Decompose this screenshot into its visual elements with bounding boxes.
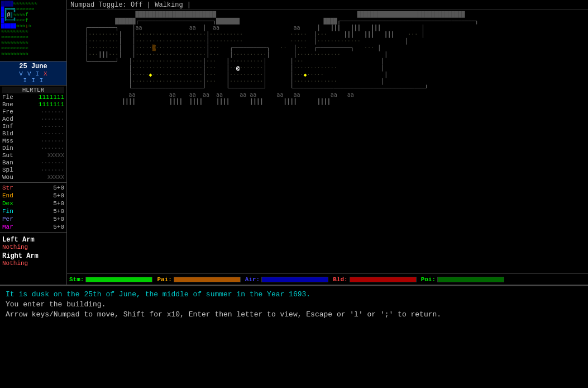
attrib-per: Per 5+0 [2, 215, 64, 223]
bottom-section: It is dusk on the 25th of June, the midd… [0, 285, 588, 388]
stats-section: HLRTLR Fle 1111111 Bne 1111111 Fre ·····… [0, 86, 66, 183]
stat-mss: Mss ······· [2, 138, 64, 145]
numpad-status: Numpad Toggle: Off | Walking | [70, 1, 191, 9]
date-text: 25 June [2, 63, 64, 70]
stat-ban: Ban ······· [2, 159, 64, 167]
stat-din: Din ······· [2, 145, 64, 152]
dungeon-view[interactable]: ████████████████████████ ███████████████… [67, 10, 588, 273]
poi-bar: Poi: [421, 276, 504, 283]
top-bar: Numpad Toggle: Off | Walking | [67, 0, 588, 10]
attrib-str: Str 5+0 [2, 184, 64, 192]
left-arm-value: Nothing [2, 244, 64, 250]
message-line-2: You enter the building. [6, 300, 582, 310]
stat-sut: Sut XXXXX [2, 152, 64, 159]
pai-fill [174, 277, 240, 282]
stat-acd: Acd ······· [2, 116, 64, 123]
minimap: ▓▓▓▓≈≈≈≈≈≈≈≈ █╔══╗≈≈≈≈≈≈ █║@║≈≈≈≈f █╚══╝… [0, 0, 67, 61]
attrib-dex: Dex 5+0 [2, 200, 64, 207]
stats-header: HLRTLR [2, 87, 64, 93]
stm-bar-container [85, 277, 152, 282]
arms-section: Left Arm Nothing Right Arm Nothing [0, 233, 66, 268]
message-text-2: You enter the building. [6, 300, 106, 309]
message-line-3: Arrow keys/Numpad to move, Shift for x10… [6, 310, 582, 320]
stat-inf: Inf ······· [2, 123, 64, 130]
message-area: It is dusk on the 25th of June, the midd… [6, 290, 582, 386]
stm-fill [86, 277, 152, 282]
dungeon-map: ████████████████████████ ███████████████… [67, 10, 588, 273]
poi-bar-container [437, 277, 504, 282]
stat-fle: Fle 1111111 [2, 94, 64, 101]
stat-bne: Bne 1111111 [2, 101, 64, 108]
game-area: Numpad Toggle: Off | Walking | █████████… [67, 0, 588, 285]
stat-wou: Wou XXXXX [2, 174, 64, 181]
stat-bld: Bld ······· [2, 130, 64, 138]
air-bar: Air: [245, 276, 328, 283]
pai-label: Pai: [157, 276, 171, 283]
pai-bar: Pai: [157, 276, 240, 283]
right-arm-value: Nothing [2, 260, 64, 267]
air-fill [262, 277, 328, 282]
attribs-section: Str 5+0 End 5+0 Dex 5+0 Fin 5+0 Per 5+ [0, 183, 66, 233]
sidebar: ▓▓▓▓≈≈≈≈≈≈≈≈ █╔══╗≈≈≈≈≈≈ █║@║≈≈≈≈f █╚══╝… [0, 0, 67, 285]
poi-fill [438, 277, 504, 282]
bld-bar-container [350, 277, 417, 282]
stat-spl: Spl ······· [2, 167, 64, 174]
stm-bar: Stm: [69, 276, 152, 283]
air-label: Air: [245, 276, 260, 283]
pai-bar-container [174, 277, 241, 282]
message-line-1: It is dusk on the 25th of June, the midd… [6, 290, 582, 300]
attrib-mar: Mar 5+0 [2, 223, 64, 231]
bld-fill [350, 277, 416, 282]
attrib-fin: Fin 5+0 [2, 207, 64, 215]
message-text-1: It is dusk on the 25th of June, the midd… [6, 290, 310, 299]
status-bar: Stm: Pai: Air: [67, 273, 588, 285]
date-indicators: V V I X [2, 70, 64, 77]
air-bar-container [261, 277, 328, 282]
stm-label: Stm: [69, 276, 84, 283]
bld-label: Bld: [333, 276, 347, 283]
left-arm-label: Left Arm [2, 236, 64, 244]
main-container: ▓▓▓▓≈≈≈≈≈≈≈≈ █╔══╗≈≈≈≈≈≈ █║@║≈≈≈≈f █╚══╝… [0, 0, 588, 388]
right-arm-label: Right Arm [2, 252, 64, 260]
attrib-end: End 5+0 [2, 192, 64, 200]
message-text-3: Arrow keys/Numpad to move, Shift for x10… [6, 310, 441, 319]
date-section: 25 June V V I X I I I [0, 61, 66, 86]
top-section: ▓▓▓▓≈≈≈≈≈≈≈≈ █╔══╗≈≈≈≈≈≈ █║@║≈≈≈≈f █╚══╝… [0, 0, 588, 285]
poi-label: Poi: [421, 276, 436, 283]
bld-bar: Bld: [333, 276, 416, 283]
stat-fre: Fre ······· [2, 108, 64, 116]
